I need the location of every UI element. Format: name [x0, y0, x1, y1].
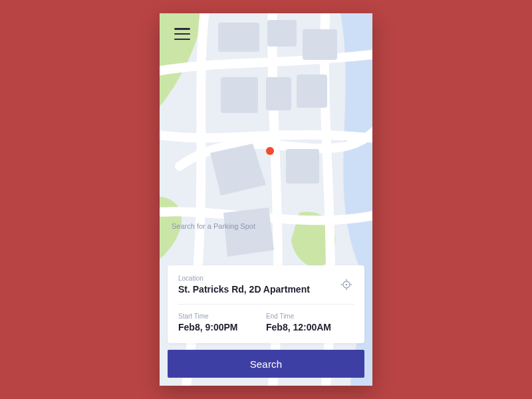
- location-field[interactable]: Location St. Patricks Rd, 2D Apartment: [178, 275, 354, 295]
- phone-frame: Search for a Parking Spot Location St. P…: [160, 13, 372, 386]
- location-value: St. Patricks Rd, 2D Apartment: [178, 284, 331, 295]
- location-label: Location: [178, 275, 331, 282]
- svg-rect-3: [303, 29, 337, 60]
- search-card: Location St. Patricks Rd, 2D Apartment S…: [168, 265, 364, 343]
- svg-rect-1: [218, 23, 259, 52]
- svg-point-14: [346, 284, 348, 286]
- start-time-value: Feb8, 9:00PM: [178, 322, 266, 332]
- end-time-label: End Time: [266, 313, 354, 320]
- search-button[interactable]: Search: [168, 350, 364, 378]
- crosshair-icon: [340, 278, 353, 291]
- location-pin-icon: [266, 147, 274, 155]
- locate-me-button[interactable]: [338, 276, 355, 293]
- menu-icon[interactable]: [174, 28, 190, 40]
- end-time-value: Feb8, 12:00AM: [266, 322, 354, 332]
- divider: [178, 304, 354, 305]
- end-time-field[interactable]: End Time Feb8, 12:00AM: [266, 313, 354, 332]
- panel-title: Search for a Parking Spot: [172, 222, 255, 230]
- svg-rect-5: [266, 77, 291, 110]
- svg-rect-8: [286, 149, 319, 184]
- svg-marker-9: [223, 207, 274, 257]
- svg-rect-6: [297, 74, 327, 108]
- start-time-label: Start Time: [178, 313, 266, 320]
- start-time-field[interactable]: Start Time Feb8, 9:00PM: [178, 313, 266, 332]
- svg-rect-2: [267, 20, 297, 47]
- svg-rect-4: [221, 77, 258, 113]
